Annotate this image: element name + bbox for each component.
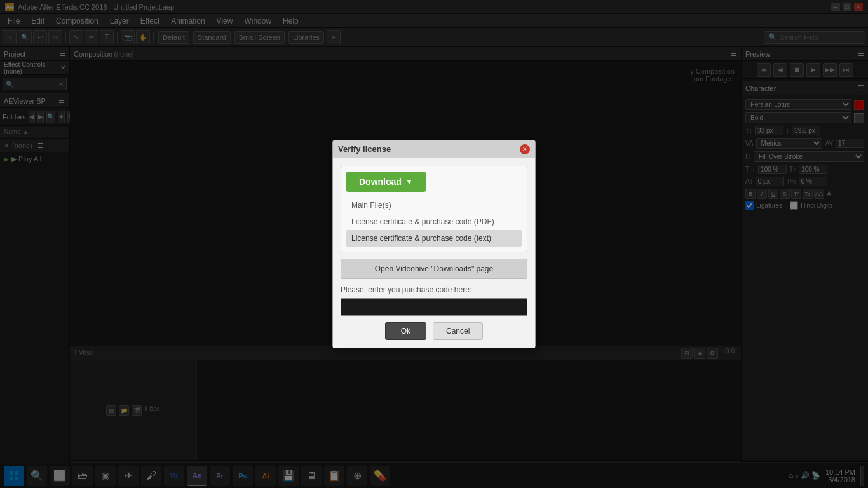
- verify-license-modal: Verify license ✕ Download ▼ Main File(s)…: [332, 140, 536, 348]
- license-pdf-option[interactable]: License certificate & purchase code (PDF…: [346, 214, 522, 230]
- license-text-option[interactable]: License certificate & purchase code (tex…: [346, 230, 522, 247]
- download-arrow-icon: ▼: [405, 177, 413, 186]
- modal-body: Download ▼ Main File(s) License certific…: [333, 158, 535, 348]
- purchase-code-input[interactable]: [341, 298, 527, 316]
- modal-close-button[interactable]: ✕: [520, 144, 530, 154]
- purchase-code-label: Please, enter you purchase code here:: [341, 285, 527, 294]
- download-section: Download ▼ Main File(s) License certific…: [341, 166, 527, 252]
- modal-title-text: Verify license: [338, 144, 391, 154]
- modal-title-bar: Verify license ✕: [333, 140, 535, 158]
- modal-buttons: Ok Cancel: [341, 322, 527, 340]
- download-label: Download: [359, 177, 402, 187]
- main-files-option[interactable]: Main File(s): [346, 197, 522, 214]
- modal-overlay: Verify license ✕ Download ▼ Main File(s)…: [0, 0, 868, 488]
- cancel-button[interactable]: Cancel: [433, 322, 483, 340]
- open-videohive-button[interactable]: Open Videohive "Downloads" page: [341, 259, 527, 279]
- ok-button[interactable]: Ok: [385, 322, 426, 340]
- download-button[interactable]: Download ▼: [346, 172, 426, 192]
